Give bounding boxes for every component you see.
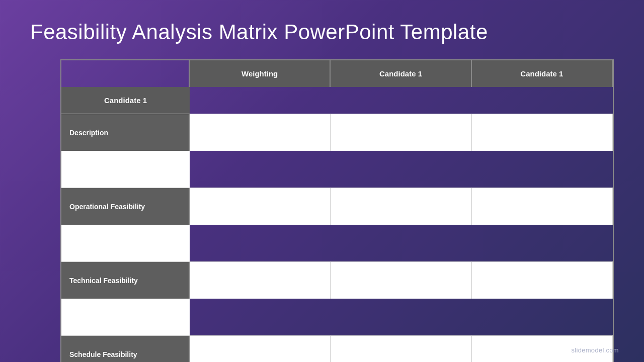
header-candidate-3: Candidate 1 — [61, 87, 190, 114]
label-schedule: Schedule Feasibility — [61, 336, 190, 362]
label-operational: Operational Feasibility — [61, 188, 190, 225]
cell-technical-c3 — [61, 299, 190, 335]
table-wrapper: Weighting Candidate 1 Candidate 1 Candid… — [60, 59, 614, 362]
cell-description-c3 — [61, 151, 190, 188]
feasibility-table: Weighting Candidate 1 Candidate 1 Candid… — [60, 59, 614, 362]
cell-description-c2 — [472, 114, 613, 151]
label-description: Description — [61, 114, 190, 151]
header-spacer — [61, 60, 190, 87]
table-header-row: Weighting Candidate 1 Candidate 1 Candid… — [61, 60, 613, 114]
cell-technical-c1 — [331, 262, 471, 299]
row-schedule: Schedule Feasibility — [61, 335, 613, 362]
slide-container: Feasibility Analysis Matrix PowerPoint T… — [0, 0, 644, 362]
cell-operational-c1 — [331, 188, 471, 225]
cell-technical-c2 — [472, 262, 613, 299]
label-technical: Technical Feasibility — [61, 262, 190, 299]
row-description: Description — [61, 114, 613, 188]
cell-description-c1 — [331, 114, 471, 151]
cell-operational-weighting — [190, 188, 331, 225]
cell-technical-weighting — [190, 262, 331, 299]
watermark: slidemodel.com — [571, 346, 619, 354]
header-weighting: Weighting — [190, 60, 331, 87]
cell-description-weighting — [190, 114, 331, 151]
cell-schedule-c1 — [331, 336, 471, 362]
row-operational: Operational Feasibility — [61, 188, 613, 261]
header-candidate-2: Candidate 1 — [472, 60, 613, 87]
cell-operational-c2 — [472, 188, 613, 225]
header-candidate-1: Candidate 1 — [331, 60, 471, 87]
row-technical: Technical Feasibility — [61, 261, 613, 335]
slide-title: Feasibility Analysis Matrix PowerPoint T… — [30, 20, 614, 44]
cell-schedule-weighting — [190, 336, 331, 362]
cell-operational-c3 — [61, 225, 190, 261]
